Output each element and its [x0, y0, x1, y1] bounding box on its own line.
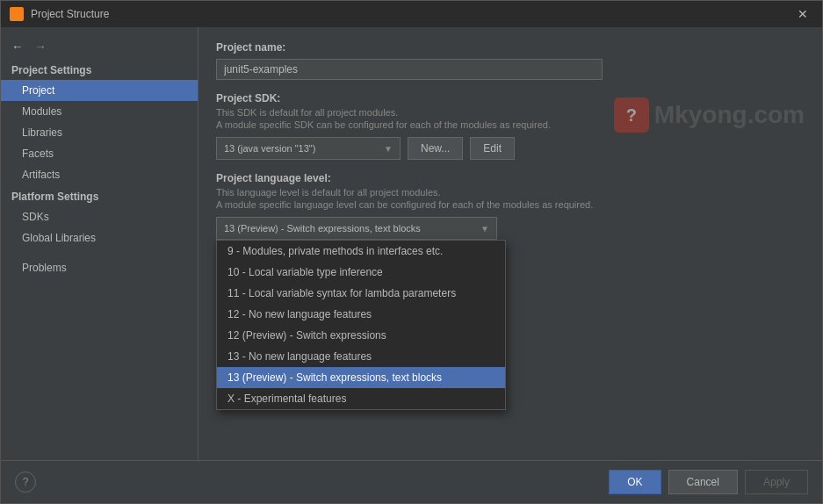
lang-option-9[interactable]: 9 - Modules, private methods in interfac…: [217, 241, 505, 262]
close-button[interactable]: ✕: [792, 5, 813, 23]
sdk-edit-button[interactable]: Edit: [470, 137, 515, 160]
project-name-label: Project name:: [216, 41, 805, 54]
lang-option-10[interactable]: 10 - Local variable type inference: [217, 262, 505, 283]
sidebar: ← → Project Settings Project Modules Lib…: [1, 27, 199, 460]
svg-rect-1: [18, 9, 22, 13]
lang-option-11[interactable]: 11 - Local variable syntax for lambda pa…: [217, 283, 505, 304]
lang-dropdown-arrow: ▼: [480, 224, 489, 234]
app-icon: [10, 7, 24, 21]
help-button[interactable]: ?: [15, 472, 36, 493]
sdk-select-value: 13 (java version "13"): [224, 143, 315, 154]
watermark-icon: ?: [614, 97, 649, 133]
apply-button[interactable]: Apply: [745, 470, 808, 494]
sidebar-item-sdks[interactable]: SDKs: [1, 206, 198, 227]
lang-select-value: 13 (Preview) - Switch expressions, text …: [224, 223, 421, 234]
sdk-dropdown-arrow: ▼: [384, 144, 393, 154]
lang-dropdown[interactable]: 13 (Preview) - Switch expressions, text …: [216, 217, 497, 240]
lang-dropdown-wrapper: 13 (Preview) - Switch expressions, text …: [216, 217, 497, 240]
sidebar-item-facets[interactable]: Facets: [1, 143, 198, 164]
footer-buttons: OK Cancel Apply: [609, 470, 808, 494]
svg-rect-0: [11, 9, 16, 13]
project-settings-header: Project Settings: [1, 59, 198, 80]
lang-label: Project language level:: [216, 172, 805, 184]
project-name-input[interactable]: [216, 59, 603, 80]
forward-arrow[interactable]: →: [31, 38, 50, 55]
lang-desc2: A module specific language level can be …: [216, 199, 805, 210]
sdk-row: 13 (java version "13") ▼ New... Edit: [216, 137, 805, 160]
cancel-button[interactable]: Cancel: [668, 470, 738, 494]
content-area: ? Mkyong.com Project name: Project SDK: …: [199, 27, 822, 460]
sidebar-item-global-libraries[interactable]: Global Libraries: [1, 227, 198, 248]
svg-rect-3: [18, 15, 22, 19]
nav-back-row: ← →: [1, 34, 198, 59]
lang-option-13-preview[interactable]: 13 (Preview) - Switch expressions, text …: [217, 367, 505, 388]
sidebar-item-problems[interactable]: Problems: [1, 257, 198, 278]
sidebar-item-artifacts[interactable]: Artifacts: [1, 164, 198, 185]
dialog-footer: ? OK Cancel Apply: [1, 460, 822, 503]
lang-option-13[interactable]: 13 - No new language features: [217, 346, 505, 367]
language-level-section: Project language level: This language le…: [216, 172, 805, 240]
dialog-body: ← → Project Settings Project Modules Lib…: [1, 27, 822, 460]
dialog-title: Project Structure: [31, 8, 109, 20]
lang-desc1: This language level is default for all p…: [216, 187, 805, 198]
title-bar: Project Structure ✕: [1, 1, 822, 27]
watermark: ? Mkyong.com: [614, 97, 805, 133]
lang-dropdown-menu: 9 - Modules, private methods in interfac…: [216, 240, 506, 410]
svg-rect-2: [11, 15, 16, 19]
ok-button[interactable]: OK: [609, 470, 661, 494]
sidebar-item-project[interactable]: Project: [1, 80, 198, 101]
watermark-text: Mkyong.com: [654, 101, 805, 129]
sidebar-item-modules[interactable]: Modules: [1, 101, 198, 122]
platform-settings-header: Platform Settings: [1, 185, 198, 206]
title-bar-left: Project Structure: [10, 7, 109, 21]
lang-option-x[interactable]: X - Experimental features: [217, 388, 505, 409]
project-structure-dialog: Project Structure ✕ ← → Project Settings…: [0, 0, 823, 504]
sdk-dropdown[interactable]: 13 (java version "13") ▼: [216, 137, 401, 160]
lang-option-12-preview[interactable]: 12 (Preview) - Switch expressions: [217, 325, 505, 346]
sidebar-item-libraries[interactable]: Libraries: [1, 122, 198, 143]
sdk-new-button[interactable]: New...: [408, 137, 463, 160]
lang-option-12[interactable]: 12 - No new language features: [217, 304, 505, 325]
back-arrow[interactable]: ←: [8, 38, 27, 55]
